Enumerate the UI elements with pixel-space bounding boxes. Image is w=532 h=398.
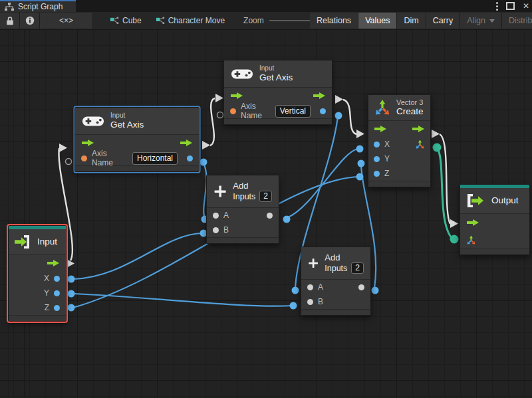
unity-script-graph-window: Script Graph ✕ <×>	[0, 0, 532, 398]
padlock-icon	[6, 16, 14, 25]
axis-name-field[interactable]: Horizontal	[132, 152, 178, 165]
graph-hierarchy-icon	[5, 3, 14, 11]
trigger-out-arrow[interactable]	[412, 125, 425, 133]
node-footer	[301, 309, 370, 315]
node-subgraph-output[interactable]: Output	[460, 184, 530, 255]
node-title: Add	[325, 252, 364, 262]
value-out-port[interactable]	[187, 155, 193, 161]
vector3-arrows-icon	[374, 99, 391, 116]
value-out-port[interactable]	[320, 108, 326, 114]
trigger-in-arrow[interactable]	[374, 125, 387, 133]
node-footer	[368, 181, 430, 187]
node-get-axis-vertical[interactable]: Input Get Axis Axis Name Vertical	[223, 60, 332, 125]
node-footer	[207, 237, 279, 243]
relations-button[interactable]: Relations	[310, 13, 358, 29]
node-footer	[460, 249, 529, 254]
breadcrumb-graph-owner[interactable]: Cube	[110, 16, 142, 25]
node-get-axis-horizontal[interactable]: Input Get Axis Axis Name Horizontal	[74, 107, 200, 172]
port-b[interactable]	[307, 299, 313, 305]
breadcrumb-graph-name[interactable]: Character Move	[156, 16, 225, 25]
port-y[interactable]	[374, 156, 380, 162]
values-button[interactable]: Values	[358, 13, 397, 29]
port-y-out[interactable]	[54, 290, 60, 296]
result-out-port[interactable]	[358, 284, 364, 290]
port-z[interactable]	[374, 171, 380, 177]
plus-icon	[213, 183, 227, 200]
graph-toolbar: <×> Cube Character Move Zoom 1x	[0, 12, 532, 30]
node-footer	[9, 315, 66, 321]
port-a[interactable]	[307, 284, 313, 290]
node-add-1[interactable]: Add Inputs 2 A B	[206, 175, 279, 244]
inputs-count-field[interactable]: 2	[351, 262, 364, 274]
code-view-button[interactable]: <×>	[40, 13, 93, 29]
trigger-in-arrow[interactable]	[466, 219, 479, 227]
node-title: Get Axis	[110, 120, 144, 130]
vector3-out-port[interactable]	[415, 140, 425, 149]
axis-name-port[interactable]	[230, 108, 236, 114]
node-title: Output	[491, 195, 519, 206]
toolbar-toggle-group: Relations Values Dim Carry Align Distrib…	[310, 13, 532, 29]
result-out-port[interactable]	[267, 213, 273, 219]
info-icon	[25, 16, 35, 25]
node-add-2[interactable]: Add Inputs 2 A B	[301, 247, 371, 316]
output-bracket-icon	[466, 193, 486, 208]
dim-button[interactable]: Dim	[397, 13, 426, 29]
port-x-out[interactable]	[54, 276, 60, 282]
window-maximize-icon[interactable]	[506, 2, 515, 10]
node-title: Add	[233, 181, 272, 191]
port-z-out[interactable]	[54, 305, 60, 311]
vector3-in-port[interactable]	[466, 235, 476, 245]
node-subtitle: Input	[259, 64, 293, 72]
node-subtitle: Vector 3	[396, 98, 424, 106]
port-b[interactable]	[213, 227, 219, 233]
code-icon: <×>	[59, 16, 73, 25]
lock-button[interactable]	[0, 13, 20, 29]
tab-script-graph[interactable]: Script Graph	[0, 0, 76, 12]
inputs-count-field[interactable]: 2	[259, 191, 272, 202]
script-graph-asset-icon	[110, 17, 119, 25]
tab-title: Script Graph	[18, 2, 63, 11]
trigger-in-arrow[interactable]	[81, 139, 94, 147]
carry-button[interactable]: Carry	[426, 13, 461, 29]
node-title: Input	[37, 237, 57, 247]
node-vector3-create[interactable]: Vector 3 Create X Y Z	[368, 94, 431, 187]
node-subgraph-input[interactable]: Input X Y Z	[8, 225, 66, 322]
plus-icon	[308, 254, 319, 272]
axis-name-field[interactable]: Vertical	[275, 105, 311, 118]
info-button[interactable]	[20, 13, 40, 29]
input-bracket-icon	[14, 235, 33, 249]
node-subtitle: Input	[110, 112, 144, 120]
window-menu-icon[interactable]	[496, 2, 498, 11]
gamepad-icon	[231, 67, 253, 80]
trigger-out-arrow[interactable]	[313, 92, 326, 100]
trigger-in-arrow[interactable]	[230, 92, 243, 100]
trigger-out-arrow[interactable]	[47, 259, 60, 267]
trigger-out-arrow[interactable]	[180, 139, 193, 147]
gamepad-icon	[82, 114, 104, 128]
window-close-icon[interactable]: ✕	[523, 2, 529, 10]
port-a[interactable]	[213, 213, 219, 219]
node-title: Create	[396, 106, 424, 117]
distribute-dropdown[interactable]: Distribute	[502, 13, 532, 29]
port-x[interactable]	[374, 142, 380, 148]
align-dropdown[interactable]: Align	[460, 13, 502, 29]
zoom-label: Zoom	[243, 16, 264, 25]
axis-name-port[interactable]	[81, 155, 87, 161]
node-title: Get Axis	[259, 72, 293, 83]
script-graph-asset-icon	[156, 17, 165, 25]
chevron-down-icon	[489, 19, 495, 23]
tab-bar: Script Graph ✕	[0, 0, 532, 12]
